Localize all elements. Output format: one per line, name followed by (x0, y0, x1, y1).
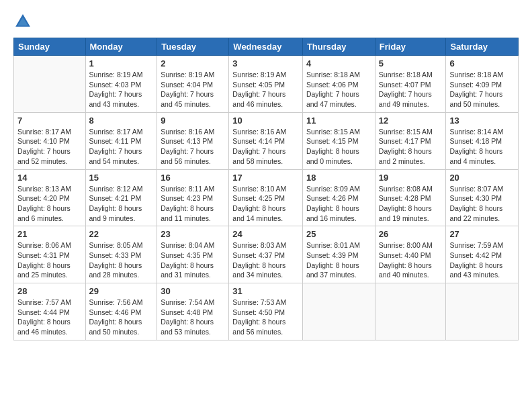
day-info: Sunrise: 8:19 AMSunset: 4:03 PMDaylight:… (89, 70, 154, 109)
calendar-cell (375, 283, 446, 340)
calendar-cell: 3Sunrise: 8:19 AMSunset: 4:05 PMDaylight… (229, 56, 303, 113)
day-info: Sunrise: 7:54 AMSunset: 4:48 PMDaylight:… (161, 298, 225, 337)
day-info: Sunrise: 8:03 AMSunset: 4:37 PMDaylight:… (232, 240, 299, 280)
calendar-cell: 23Sunrise: 8:04 AMSunset: 4:35 PMDayligh… (157, 226, 229, 283)
day-number: 24 (232, 229, 299, 239)
day-info: Sunrise: 8:18 AMSunset: 4:07 PMDaylight:… (379, 70, 443, 109)
calendar-week-3: 14Sunrise: 8:13 AMSunset: 4:20 PMDayligh… (14, 169, 519, 226)
day-info: Sunrise: 8:15 AMSunset: 4:17 PMDaylight:… (379, 127, 443, 167)
day-info: Sunrise: 8:01 AMSunset: 4:39 PMDaylight:… (306, 240, 371, 280)
header (13, 12, 519, 31)
day-number: 6 (449, 58, 515, 68)
col-header-friday: Friday (375, 38, 446, 56)
day-number: 29 (89, 286, 154, 296)
day-info: Sunrise: 8:12 AMSunset: 4:21 PMDaylight:… (89, 184, 154, 224)
col-header-tuesday: Tuesday (157, 38, 229, 56)
day-number: 23 (161, 229, 225, 239)
day-info: Sunrise: 8:17 AMSunset: 4:10 PMDaylight:… (17, 127, 82, 167)
day-number: 27 (449, 229, 515, 239)
col-header-thursday: Thursday (302, 38, 375, 56)
col-header-saturday: Saturday (446, 38, 519, 56)
calendar-cell: 5Sunrise: 8:18 AMSunset: 4:07 PMDaylight… (375, 56, 446, 113)
day-number: 28 (17, 286, 82, 296)
calendar-table: SundayMondayTuesdayWednesdayThursdayFrid… (13, 38, 519, 340)
day-info: Sunrise: 7:56 AMSunset: 4:46 PMDaylight:… (89, 298, 154, 337)
calendar-cell: 8Sunrise: 8:17 AMSunset: 4:11 PMDaylight… (85, 112, 157, 169)
calendar-cell: 2Sunrise: 8:19 AMSunset: 4:04 PMDaylight… (157, 56, 229, 113)
day-number: 5 (379, 58, 443, 68)
day-info: Sunrise: 8:08 AMSunset: 4:28 PMDaylight:… (379, 184, 443, 224)
calendar-cell: 24Sunrise: 8:03 AMSunset: 4:37 PMDayligh… (229, 226, 303, 283)
calendar-cell: 19Sunrise: 8:08 AMSunset: 4:28 PMDayligh… (375, 169, 446, 226)
day-number: 16 (161, 173, 225, 183)
calendar-cell: 25Sunrise: 8:01 AMSunset: 4:39 PMDayligh… (302, 226, 375, 283)
day-info: Sunrise: 8:04 AMSunset: 4:35 PMDaylight:… (161, 240, 225, 280)
day-number: 17 (232, 173, 299, 183)
calendar-cell: 12Sunrise: 8:15 AMSunset: 4:17 PMDayligh… (375, 112, 446, 169)
col-header-monday: Monday (85, 38, 157, 56)
day-number: 8 (89, 116, 154, 126)
calendar-cell: 21Sunrise: 8:06 AMSunset: 4:31 PMDayligh… (14, 226, 86, 283)
day-number: 7 (17, 116, 82, 126)
day-info: Sunrise: 8:19 AMSunset: 4:04 PMDaylight:… (161, 70, 225, 109)
day-info: Sunrise: 8:13 AMSunset: 4:20 PMDaylight:… (17, 184, 82, 224)
calendar-cell: 31Sunrise: 7:53 AMSunset: 4:50 PMDayligh… (229, 283, 303, 340)
calendar-cell: 22Sunrise: 8:05 AMSunset: 4:33 PMDayligh… (85, 226, 157, 283)
calendar-cell: 7Sunrise: 8:17 AMSunset: 4:10 PMDaylight… (14, 112, 86, 169)
calendar-cell: 28Sunrise: 7:57 AMSunset: 4:44 PMDayligh… (14, 283, 86, 340)
day-info: Sunrise: 7:53 AMSunset: 4:50 PMDaylight:… (232, 298, 299, 337)
day-info: Sunrise: 8:09 AMSunset: 4:26 PMDaylight:… (306, 184, 371, 224)
day-info: Sunrise: 8:17 AMSunset: 4:11 PMDaylight:… (89, 127, 154, 167)
logo (13, 12, 35, 31)
day-info: Sunrise: 8:19 AMSunset: 4:05 PMDaylight:… (232, 70, 299, 109)
day-number: 14 (17, 173, 82, 183)
day-info: Sunrise: 8:07 AMSunset: 4:30 PMDaylight:… (449, 184, 515, 224)
calendar-week-2: 7Sunrise: 8:17 AMSunset: 4:10 PMDaylight… (14, 112, 519, 169)
day-number: 4 (306, 58, 371, 68)
day-info: Sunrise: 8:14 AMSunset: 4:18 PMDaylight:… (449, 127, 515, 167)
day-info: Sunrise: 8:00 AMSunset: 4:40 PMDaylight:… (379, 240, 443, 280)
calendar-cell: 17Sunrise: 8:10 AMSunset: 4:25 PMDayligh… (229, 169, 303, 226)
calendar-cell: 26Sunrise: 8:00 AMSunset: 4:40 PMDayligh… (375, 226, 446, 283)
day-number: 20 (449, 173, 515, 183)
day-number: 30 (161, 286, 225, 296)
calendar-cell: 6Sunrise: 8:18 AMSunset: 4:09 PMDaylight… (446, 56, 519, 113)
calendar-cell: 15Sunrise: 8:12 AMSunset: 4:21 PMDayligh… (85, 169, 157, 226)
day-number: 19 (379, 173, 443, 183)
day-number: 2 (161, 58, 225, 68)
day-number: 22 (89, 229, 154, 239)
calendar-cell: 9Sunrise: 8:16 AMSunset: 4:13 PMDaylight… (157, 112, 229, 169)
calendar-cell: 20Sunrise: 8:07 AMSunset: 4:30 PMDayligh… (446, 169, 519, 226)
calendar-cell (302, 283, 375, 340)
calendar-cell: 4Sunrise: 8:18 AMSunset: 4:06 PMDaylight… (302, 56, 375, 113)
day-info: Sunrise: 8:05 AMSunset: 4:33 PMDaylight:… (89, 240, 154, 280)
calendar-week-4: 21Sunrise: 8:06 AMSunset: 4:31 PMDayligh… (14, 226, 519, 283)
calendar-cell: 14Sunrise: 8:13 AMSunset: 4:20 PMDayligh… (14, 169, 86, 226)
day-info: Sunrise: 8:15 AMSunset: 4:15 PMDaylight:… (306, 127, 371, 167)
day-number: 12 (379, 116, 443, 126)
day-info: Sunrise: 8:18 AMSunset: 4:06 PMDaylight:… (306, 70, 371, 109)
day-number: 1 (89, 58, 154, 68)
calendar-week-1: 1Sunrise: 8:19 AMSunset: 4:03 PMDaylight… (14, 56, 519, 113)
day-info: Sunrise: 7:59 AMSunset: 4:42 PMDaylight:… (449, 240, 515, 280)
calendar-cell: 1Sunrise: 8:19 AMSunset: 4:03 PMDaylight… (85, 56, 157, 113)
day-info: Sunrise: 8:06 AMSunset: 4:31 PMDaylight:… (17, 240, 82, 280)
day-number: 31 (232, 286, 299, 296)
calendar-cell: 29Sunrise: 7:56 AMSunset: 4:46 PMDayligh… (85, 283, 157, 340)
day-number: 15 (89, 173, 154, 183)
calendar-cell (14, 56, 86, 113)
calendar-cell: 18Sunrise: 8:09 AMSunset: 4:26 PMDayligh… (302, 169, 375, 226)
day-number: 3 (232, 58, 299, 68)
calendar-cell: 27Sunrise: 7:59 AMSunset: 4:42 PMDayligh… (446, 226, 519, 283)
day-info: Sunrise: 8:18 AMSunset: 4:09 PMDaylight:… (449, 70, 515, 109)
calendar-cell: 13Sunrise: 8:14 AMSunset: 4:18 PMDayligh… (446, 112, 519, 169)
day-number: 26 (379, 229, 443, 239)
calendar-cell: 30Sunrise: 7:54 AMSunset: 4:48 PMDayligh… (157, 283, 229, 340)
day-number: 13 (449, 116, 515, 126)
logo-icon (13, 12, 32, 31)
calendar-cell: 10Sunrise: 8:16 AMSunset: 4:14 PMDayligh… (229, 112, 303, 169)
day-info: Sunrise: 7:57 AMSunset: 4:44 PMDaylight:… (17, 298, 82, 337)
page: SundayMondayTuesdayWednesdayThursdayFrid… (0, 0, 532, 411)
col-header-sunday: Sunday (14, 38, 86, 56)
day-info: Sunrise: 8:16 AMSunset: 4:14 PMDaylight:… (232, 127, 299, 167)
